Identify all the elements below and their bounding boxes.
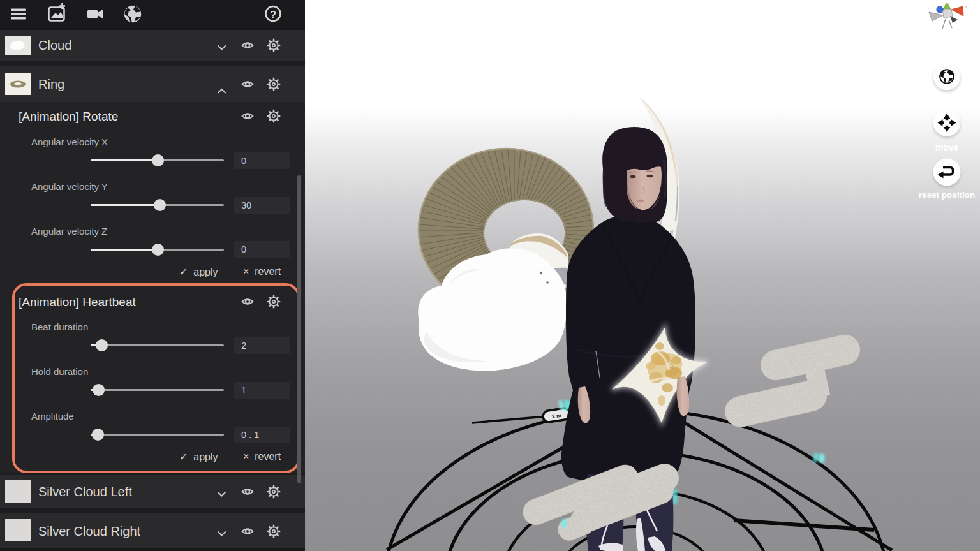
svg-text:?: ? xyxy=(270,9,276,20)
svg-text:reset position: reset position xyxy=(919,190,976,200)
svg-text:x: x xyxy=(965,4,967,10)
svg-text:move: move xyxy=(935,142,959,152)
